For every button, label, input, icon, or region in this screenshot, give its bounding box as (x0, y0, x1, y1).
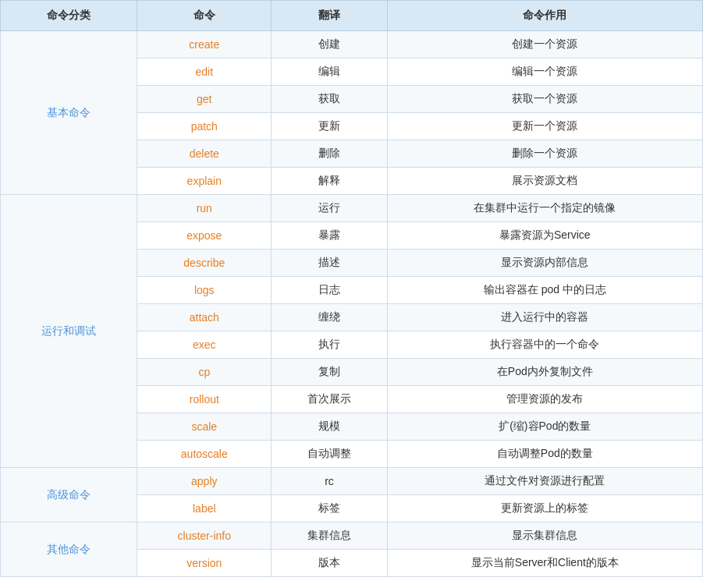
translation-cell: 规模 (272, 413, 387, 441)
description-cell: 在集群中运行一个指定的镜像 (387, 195, 702, 222)
command-cell: cluster-info (137, 522, 272, 550)
translation-cell: 执行 (272, 331, 387, 359)
translation-cell: rc (272, 468, 387, 495)
translation-cell: 自动调整 (272, 441, 387, 468)
translation-cell: 集群信息 (272, 522, 387, 550)
command-cell: attach (137, 304, 272, 331)
description-cell: 更新一个资源 (387, 113, 702, 140)
command-cell: explain (137, 168, 272, 195)
header-category: 命令分类 (1, 1, 137, 31)
description-cell: 暴露资源为Service (387, 222, 702, 250)
header-description: 命令作用 (387, 1, 702, 31)
command-cell: patch (137, 113, 272, 140)
description-cell: 进入运行中的容器 (387, 304, 702, 331)
command-cell: run (137, 195, 272, 222)
command-cell: cp (137, 359, 272, 386)
command-cell: describe (137, 250, 272, 277)
description-cell: 编辑一个资源 (387, 58, 702, 86)
description-cell: 删除一个资源 (387, 140, 702, 168)
command-cell: label (137, 495, 272, 522)
translation-cell: 标签 (272, 495, 387, 522)
table-header-row: 命令分类 命令 翻译 命令作用 (1, 1, 703, 31)
translation-cell: 首次展示 (272, 386, 387, 413)
category-cell: 其他命令 (1, 522, 137, 577)
description-cell: 通过文件对资源进行配置 (387, 468, 702, 495)
description-cell: 展示资源文档 (387, 168, 702, 195)
description-cell: 显示集群信息 (387, 522, 702, 550)
category-cell: 基本命令 (1, 31, 137, 195)
header-command: 命令 (137, 1, 272, 31)
translation-cell: 复制 (272, 359, 387, 386)
description-cell: 创建一个资源 (387, 31, 702, 58)
command-cell: apply (137, 468, 272, 495)
translation-cell: 描述 (272, 250, 387, 277)
header-translation: 翻译 (272, 1, 387, 31)
command-cell: scale (137, 413, 272, 441)
translation-cell: 更新 (272, 113, 387, 140)
description-cell: 在Pod内外复制文件 (387, 359, 702, 386)
command-cell: delete (137, 140, 272, 168)
command-cell: expose (137, 222, 272, 250)
translation-cell: 暴露 (272, 222, 387, 250)
description-cell: 输出容器在 pod 中的日志 (387, 277, 702, 304)
translation-cell: 创建 (272, 31, 387, 58)
description-cell: 执行容器中的一个命令 (387, 331, 702, 359)
command-cell: logs (137, 277, 272, 304)
translation-cell: 删除 (272, 140, 387, 168)
description-cell: 显示当前Server和Client的版本 (387, 550, 702, 577)
translation-cell: 运行 (272, 195, 387, 222)
translation-cell: 版本 (272, 550, 387, 577)
description-cell: 获取一个资源 (387, 86, 702, 113)
description-cell: 更新资源上的标签 (387, 495, 702, 522)
category-cell: 运行和调试 (1, 195, 137, 468)
command-cell: get (137, 86, 272, 113)
commands-table: 命令分类 命令 翻译 命令作用 基本命令create创建创建一个资源edit编辑… (0, 0, 703, 577)
description-cell: 显示资源内部信息 (387, 250, 702, 277)
description-cell: 管理资源的发布 (387, 386, 702, 413)
category-cell: 高级命令 (1, 468, 137, 522)
command-cell: version (137, 550, 272, 577)
table-row: 高级命令applyrc通过文件对资源进行配置 (1, 468, 703, 495)
description-cell: 自动调整Pod的数量 (387, 441, 702, 468)
table-row: 运行和调试run运行在集群中运行一个指定的镜像 (1, 195, 703, 222)
command-cell: rollout (137, 386, 272, 413)
translation-cell: 缠绕 (272, 304, 387, 331)
translation-cell: 解释 (272, 168, 387, 195)
description-cell: 扩(缩)容Pod的数量 (387, 413, 702, 441)
translation-cell: 日志 (272, 277, 387, 304)
translation-cell: 编辑 (272, 58, 387, 86)
table-row: 基本命令create创建创建一个资源 (1, 31, 703, 58)
command-cell: exec (137, 331, 272, 359)
table-row: 其他命令cluster-info集群信息显示集群信息 (1, 522, 703, 550)
translation-cell: 获取 (272, 86, 387, 113)
command-cell: edit (137, 58, 272, 86)
command-cell: autoscale (137, 441, 272, 468)
command-cell: create (137, 31, 272, 58)
